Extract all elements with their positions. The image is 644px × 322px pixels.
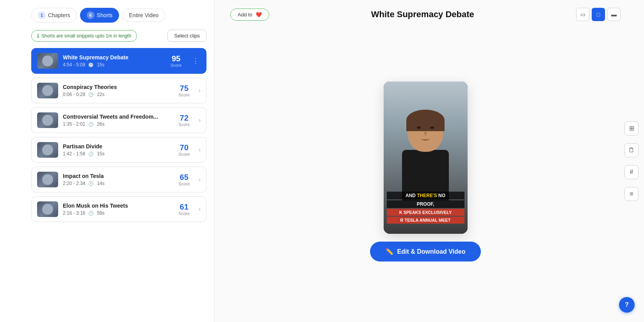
chapters-badge: 1 — [38, 11, 46, 19]
person-eye-right — [430, 126, 434, 129]
subtitle-no: NO — [437, 193, 445, 198]
clip-info-elon: Elon Musk on His Tweets 2:16 - 3:16 🕐 59… — [63, 203, 170, 216]
clip-thumbnail-white-supremacy — [37, 53, 58, 69]
help-button[interactable]: ? — [619, 297, 635, 313]
clips-list: White Supremacy Debate 4:54 - 5:09 🕐 15s… — [31, 48, 206, 222]
thumbnail-face — [42, 174, 53, 185]
right-panel: Add to ❤️ White Supremacy Debate ▭ □ ▬ — [215, 0, 644, 322]
help-icon: ? — [625, 301, 629, 308]
subtitle-theres: THERE'S — [417, 193, 437, 198]
clip-title-tesla: Impact on Tesla — [63, 173, 170, 179]
left-panel: 1 Chapters 6 Shorts Entire Video ℹ Short… — [0, 0, 215, 322]
clip-score-partisan: 70 Score — [174, 143, 194, 157]
thumbnail-face — [42, 85, 53, 96]
video-subtitle-overlay: AND THERE'S NO PROOF, K SPEAKS EXCLUSIVE… — [384, 189, 468, 226]
person-head — [408, 113, 443, 152]
thumbnail-face — [42, 55, 53, 66]
clip-thumbnail-controversial — [37, 112, 58, 128]
shorts-badge: 6 — [87, 11, 94, 19]
clip-meta-tesla: 2:20 - 2:34 🕐 14s — [63, 181, 170, 186]
clip-duration: 59s — [97, 210, 104, 216]
tab-chapters[interactable]: 1 Chapters — [31, 8, 77, 23]
file-icon: 🗒 — [628, 147, 635, 154]
hashtag-icon: # — [630, 169, 633, 176]
score-number: 72 — [174, 114, 194, 122]
clock-icon: 🕐 — [88, 211, 94, 216]
clip-time-range: 0:06 - 0:28 — [63, 92, 85, 97]
clip-thumbnail-elon — [37, 201, 58, 217]
clock-icon: 🕐 — [88, 62, 94, 68]
clip-title-partisan: Partisan Divide — [63, 143, 170, 149]
tab-shorts[interactable]: 6 Shorts — [80, 8, 119, 23]
right-sidebar: ⊞ 🗒 # ≡ — [624, 121, 639, 201]
video-area: AND THERE'S NO PROOF, K SPEAKS EXCLUSIVE… — [230, 29, 621, 314]
lines-icon: ≡ — [630, 190, 633, 197]
layout-icon-button[interactable]: ⊞ — [624, 121, 639, 135]
view-square-button[interactable]: □ — [592, 8, 605, 21]
clip-duration: 14s — [97, 181, 104, 186]
clock-icon: 🕐 — [88, 181, 94, 186]
clip-thumbnail-conspiracy — [37, 83, 58, 98]
add-to-button[interactable]: Add to ❤️ — [230, 9, 269, 21]
chapters-label: Chapters — [48, 12, 70, 18]
chevron-right-icon: › — [199, 176, 201, 183]
clip-time-range: 1:42 - 1:58 — [63, 151, 85, 157]
right-header: Add to ❤️ White Supremacy Debate ▭ □ ▬ — [230, 8, 621, 21]
view-landscape-button[interactable]: ▬ — [607, 8, 621, 21]
view-portrait-button[interactable]: ▭ — [576, 8, 589, 21]
clip-thumbnail-tesla — [37, 172, 58, 187]
score-label: Score — [174, 152, 194, 157]
clip-info-controversial: Controversial Tweets and Freedom... 1:35… — [63, 114, 170, 127]
shorts-label: Shorts — [97, 12, 112, 18]
thumbnail-face — [42, 204, 53, 215]
hashtag-icon-button[interactable]: # — [624, 165, 639, 179]
add-to-label: Add to — [238, 12, 253, 18]
subtitle-and: AND — [406, 193, 417, 198]
clip-meta-conspiracy: 0:06 - 0:28 🕐 22s — [63, 92, 170, 97]
person-mouth — [421, 137, 430, 141]
clip-thumb-image — [37, 201, 58, 217]
clip-time-range: 4:54 - 5:09 — [63, 62, 85, 68]
clip-duration: 15s — [97, 151, 104, 157]
clip-title-elon: Elon Musk on His Tweets — [63, 203, 170, 209]
clip-card-controversial-tweets[interactable]: Controversial Tweets and Freedom... 1:35… — [31, 107, 206, 133]
score-label: Score — [174, 211, 194, 216]
thumbnail-face — [42, 115, 53, 126]
clip-card-elon-tweets[interactable]: Elon Musk on His Tweets 2:16 - 3:16 🕐 59… — [31, 196, 206, 222]
thumbnail-face — [42, 144, 53, 155]
entire-label: Entire Video — [129, 12, 158, 18]
select-clips-button[interactable]: Select clips — [167, 30, 206, 42]
clip-score-controversial: 72 Score — [174, 114, 194, 127]
score-label: Score — [166, 63, 186, 68]
clip-meta-controversial: 1:35 - 2:01 🕐 26s — [63, 121, 170, 127]
clip-meta-partisan: 1:42 - 1:58 🕐 15s — [63, 151, 170, 157]
more-options-button[interactable]: ⋮ — [190, 57, 201, 65]
edit-download-button[interactable]: ✏️ Edit & Download Video — [370, 242, 481, 262]
clip-card-impact-tesla[interactable]: Impact on Tesla 2:20 - 2:34 🕐 14s 65 Sco… — [31, 167, 206, 192]
video-content: AND THERE'S NO PROOF, K SPEAKS EXCLUSIVE… — [384, 82, 468, 234]
clip-thumb-image — [37, 83, 58, 98]
app-container: 1 Chapters 6 Shorts Entire Video ℹ Short… — [0, 0, 644, 322]
score-number: 61 — [174, 203, 194, 211]
clip-duration: 26s — [97, 121, 104, 127]
clip-card-partisan[interactable]: Partisan Divide 1:42 - 1:58 🕐 15s 70 Sco… — [31, 137, 206, 163]
score-number: 75 — [174, 84, 194, 93]
clip-card-conspiracy[interactable]: Conspiracy Theories 0:06 - 0:28 🕐 22s 75… — [31, 78, 206, 103]
tab-entire-video[interactable]: Entire Video — [122, 9, 165, 22]
clip-card-white-supremacy[interactable]: White Supremacy Debate 4:54 - 5:09 🕐 15s… — [31, 48, 206, 74]
edit-download-label: Edit & Download Video — [397, 248, 466, 255]
lines-icon-button[interactable]: ≡ — [624, 187, 639, 201]
clip-score-white-supremacy: 95 Score — [166, 54, 186, 68]
clock-icon: 🕐 — [88, 92, 94, 97]
clip-score-tesla: 65 Score — [174, 173, 194, 186]
chevron-right-icon: › — [199, 146, 201, 153]
file-icon-button[interactable]: 🗒 — [624, 143, 639, 157]
clip-title-conspiracy: Conspiracy Theories — [63, 84, 170, 90]
clip-thumb-image — [37, 142, 58, 158]
heart-icon: ❤️ — [256, 12, 262, 18]
clip-score-conspiracy: 75 Score — [174, 84, 194, 97]
score-label: Score — [174, 122, 194, 127]
video-title: White Supremacy Debate — [269, 9, 576, 20]
clip-info-partisan: Partisan Divide 1:42 - 1:58 🕐 15s — [63, 143, 170, 157]
clip-info-tesla: Impact on Tesla 2:20 - 2:34 🕐 14s — [63, 173, 170, 186]
